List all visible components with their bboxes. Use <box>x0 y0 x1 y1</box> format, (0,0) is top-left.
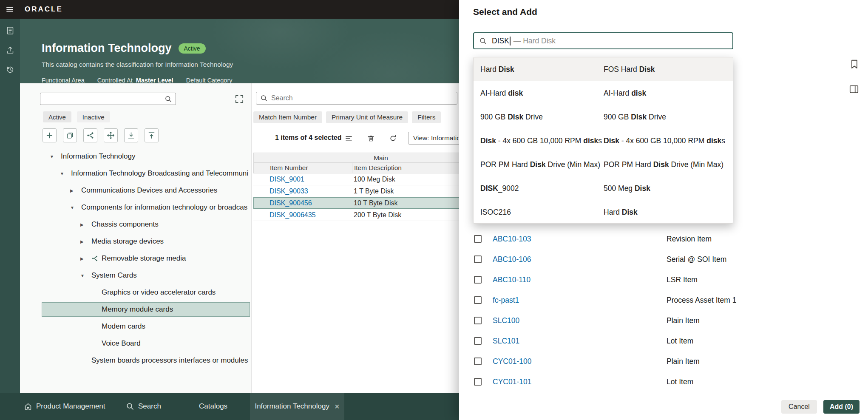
suggestion-secondary[interactable]: 900 GB Disk Drive <box>604 113 733 122</box>
suggestion-row[interactable]: 900 GB Disk Drive900 GB Disk Drive <box>474 105 733 129</box>
result-row[interactable]: ABC10-106Serial @ SOI Item <box>459 249 868 270</box>
result-row[interactable]: SLC100Plain Item <box>459 310 868 331</box>
result-row[interactable]: ABC10-110LSR Item <box>459 270 868 290</box>
suggestion-row[interactable]: DISK_9002500 Meg Disk <box>474 176 733 200</box>
chevron-down-icon[interactable]: ▼ <box>80 273 91 278</box>
bookmark-button[interactable] <box>849 59 859 70</box>
result-row[interactable]: fc-past1Process Asset Item 1 <box>459 290 868 310</box>
result-row[interactable]: ABC10-103Revision Item <box>459 229 868 249</box>
tree-node[interactable]: Memory module cards <box>20 301 251 318</box>
rail-item-catalog[interactable] <box>5 26 15 36</box>
tree-node[interactable]: ▼Information Technology Broadcasting and… <box>20 165 251 182</box>
import-button[interactable] <box>124 128 138 142</box>
row-checkbox[interactable] <box>474 317 482 324</box>
filter-chip[interactable]: Primary Unit of Measure <box>326 111 408 123</box>
item-number-link[interactable]: DISK_9006435 <box>268 211 352 219</box>
item-number-link[interactable]: DISK_9001 <box>268 176 352 183</box>
filter-chip[interactable]: Match Item Number <box>253 111 322 123</box>
suggestion-row[interactable]: AI-Hard diskAI-Hard disk <box>474 81 733 105</box>
rail-item-history[interactable] <box>5 65 15 75</box>
column-header-item-number[interactable]: Item Number <box>268 163 352 173</box>
item-number-link[interactable]: ABC10-103 <box>493 235 531 244</box>
tree-node[interactable]: Graphics or video accelerator cards <box>20 284 251 301</box>
suggestion-primary[interactable]: Hard Disk <box>480 65 604 74</box>
filter-chip[interactable]: Filters <box>412 111 441 123</box>
add-button[interactable] <box>43 128 57 142</box>
suggestion-row[interactable]: Hard DiskFOS Hard Disk <box>474 57 733 81</box>
chevron-right-icon[interactable]: ▶ <box>70 188 81 193</box>
nav-search[interactable]: Search <box>126 393 161 420</box>
filter-inactive-button[interactable]: Inactive <box>77 111 110 122</box>
suggestion-row[interactable]: POR PM Hard Disk Drive (Min Max)POR PM H… <box>474 153 733 176</box>
row-checkbox[interactable] <box>474 358 482 365</box>
suggestion-primary[interactable]: POR PM Hard Disk Drive (Min Max) <box>480 160 604 169</box>
add-button[interactable]: Add (0) <box>823 400 859 414</box>
result-row[interactable]: SLC101Lot Item <box>459 331 868 351</box>
suggestion-secondary[interactable]: 500 Meg Disk <box>604 184 733 193</box>
rail-item-publish[interactable] <box>5 45 15 55</box>
chevron-down-icon[interactable]: ▼ <box>60 171 71 176</box>
item-number-link[interactable]: fc-past1 <box>493 296 519 305</box>
refresh-button[interactable] <box>387 133 398 144</box>
result-row[interactable]: CYC01-101Lot Item <box>459 372 868 392</box>
chevron-down-icon[interactable]: ▼ <box>70 205 81 210</box>
chevron-down-icon[interactable]: ▼ <box>50 154 61 159</box>
chevron-right-icon[interactable]: ▶ <box>80 239 91 244</box>
item-number-link[interactable]: DISK_90033 <box>268 187 352 195</box>
close-icon[interactable]: × <box>335 402 340 411</box>
tree-node[interactable]: ▼Components for information technology o… <box>20 199 251 216</box>
tree-node[interactable]: ▼Information Technology <box>20 148 251 165</box>
chevron-right-icon[interactable]: ▶ <box>80 256 91 261</box>
row-checkbox[interactable] <box>474 296 482 304</box>
list-button[interactable] <box>343 133 354 144</box>
nav-catalogs[interactable]: Catalogs <box>199 393 227 420</box>
export-button[interactable] <box>145 128 159 142</box>
drawer-search-box[interactable]: DISK — Hard Disk <box>473 32 733 49</box>
filter-active-button[interactable]: Active <box>43 111 71 122</box>
tree-search-input[interactable] <box>44 95 165 103</box>
row-checkbox[interactable] <box>474 255 482 263</box>
tab-information-technology[interactable]: Information Technology × <box>250 393 344 420</box>
suggestion-secondary[interactable]: Hard Disk <box>604 208 733 217</box>
item-number-link[interactable]: DISK_900456 <box>268 199 352 207</box>
tree-node[interactable]: System boards processors interfaces or m… <box>20 352 251 369</box>
suggestion-primary[interactable]: 900 GB Disk Drive <box>480 113 604 122</box>
expand-panel-button[interactable] <box>234 94 244 104</box>
suggestion-primary[interactable]: DISK_9002 <box>480 184 604 193</box>
result-row[interactable]: CYC01-100Plain Item <box>459 351 868 372</box>
cancel-button[interactable]: Cancel <box>781 400 817 414</box>
suggestion-secondary[interactable]: POR PM Hard Disk Drive (Min Max) <box>604 160 733 169</box>
panel-toggle-button[interactable] <box>848 84 859 94</box>
default-category-link[interactable]: Default Category <box>186 77 233 84</box>
view-menu-button[interactable]: View: Informatio <box>408 132 465 145</box>
chevron-right-icon[interactable]: ▶ <box>80 222 91 227</box>
items-search-input[interactable] <box>271 94 453 102</box>
tree-node[interactable]: ▼System Cards <box>20 267 251 284</box>
delete-button[interactable] <box>365 133 376 144</box>
suggestion-secondary[interactable]: Disk - 4x 600 GB 10,000 RPM disks <box>604 136 733 145</box>
suggestion-row[interactable]: ISOC216Hard Disk <box>474 200 733 224</box>
nav-product-management[interactable]: Product Management <box>24 393 105 420</box>
item-number-link[interactable]: SLC101 <box>493 337 519 346</box>
row-checkbox[interactable] <box>474 276 482 284</box>
tree-node[interactable]: ▶Chassis components <box>20 216 251 233</box>
functional-area-link[interactable]: Functional Area <box>42 77 85 84</box>
suggestion-primary[interactable]: ISOC216 <box>480 208 604 217</box>
item-number-link[interactable]: CYC01-101 <box>493 377 531 386</box>
row-checkbox[interactable] <box>474 337 482 345</box>
item-number-link[interactable]: ABC10-106 <box>493 255 531 264</box>
item-number-link[interactable]: CYC01-100 <box>493 357 531 366</box>
tree-node[interactable]: Voice Board <box>20 335 251 352</box>
suggestion-row[interactable]: Disk - 4x 600 GB 10,000 RPM disksDisk - … <box>474 129 733 153</box>
move-button[interactable] <box>104 128 118 142</box>
tree-node[interactable]: ▶Removable storage media <box>20 250 251 267</box>
item-number-link[interactable]: ABC10-110 <box>493 275 530 284</box>
tree-node[interactable]: ▶Communications Devices and Accessories <box>20 182 251 199</box>
suggestion-secondary[interactable]: AI-Hard disk <box>604 89 733 98</box>
suggestion-primary[interactable]: AI-Hard disk <box>480 89 604 98</box>
suggestion-secondary[interactable]: FOS Hard Disk <box>604 65 733 74</box>
item-number-link[interactable]: SLC100 <box>493 316 519 325</box>
row-checkbox[interactable] <box>474 235 482 243</box>
menu-button[interactable] <box>0 0 20 19</box>
tree-node[interactable]: Modem cards <box>20 318 251 335</box>
